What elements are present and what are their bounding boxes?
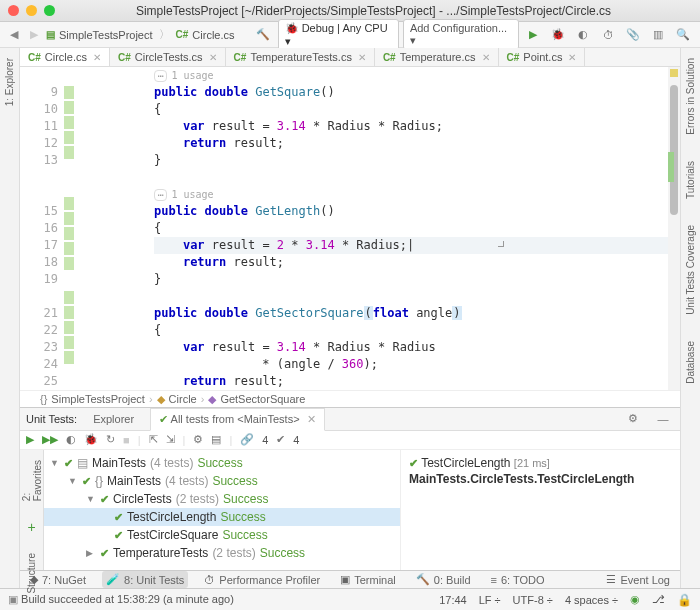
cs-file-icon: C# — [176, 29, 189, 40]
nav-back[interactable]: ◀ — [6, 28, 22, 41]
build-icon[interactable]: 🔨 — [253, 25, 274, 45]
repeat-icon[interactable]: ↻ — [106, 433, 115, 446]
bt-build[interactable]: 🔨 0: Build — [412, 571, 475, 588]
collapse-icon[interactable]: ⇲ — [166, 433, 175, 446]
window-minimize[interactable] — [26, 5, 37, 16]
expand-icon[interactable]: ⇱ — [149, 433, 158, 446]
bt-unit-tests[interactable]: 🧪 8: Unit Tests — [102, 571, 188, 588]
test-testcirclesquare[interactable]: ✔ TestCircleSquare Success — [44, 526, 400, 544]
project-icon: ▤ — [46, 29, 55, 40]
bt-terminal[interactable]: ▣ Terminal — [336, 571, 400, 588]
pass-count: 4 — [262, 434, 268, 446]
structure-toggle[interactable]: ▥ — [648, 25, 669, 45]
code-editor[interactable]: 91011121315161718192122232425 ⋯1 usage p… — [20, 67, 680, 390]
change-markers — [64, 67, 74, 390]
tool-favorites[interactable]: 2: Favorites — [21, 456, 43, 505]
test-node-circletests[interactable]: ▼✔ CircleTests (2 tests) Success — [44, 490, 400, 508]
hide-icon[interactable]: ― — [652, 409, 674, 429]
stop-icon[interactable]: ■ — [123, 434, 130, 446]
caret-indicator — [498, 241, 504, 247]
coverage-button[interactable]: ◐ — [573, 25, 594, 45]
test-testcirclelength[interactable]: ✔ TestCircleLength Success — [44, 508, 400, 526]
line-gutter: 91011121315161718192122232425 — [20, 67, 64, 390]
status-icon[interactable]: ▣ — [8, 593, 18, 605]
bottom-tool-tabs: ◆ 7: NuGet 🧪 8: Unit Tests ⏱ Performance… — [20, 570, 680, 588]
unit-tests-title: Unit Tests: — [26, 413, 77, 425]
run-button[interactable]: ▶ — [523, 25, 544, 45]
editor-breadcrumb[interactable]: {}SimpleTestsProject › ◆Circle › ◆GetSec… — [20, 390, 680, 406]
test-detail: ✔ TestCircleLength [21 ms] MainTests.Cir… — [400, 450, 680, 570]
navigation-bar: ◀ ▶ ▤ SimpleTestsProject 〉 C# Circle.cs … — [0, 22, 700, 48]
editor-tabs: C#Circle.cs✕ C#CircleTests.cs✕ C#Tempera… — [20, 48, 680, 67]
tool-structure[interactable]: Structure — [26, 549, 37, 598]
detail-name: TestCircleLength — [421, 456, 510, 470]
tool-database[interactable]: Database — [685, 337, 696, 388]
add-configuration-button[interactable]: Add Configuration... ▾ — [403, 19, 519, 50]
tab-circletests[interactable]: C#CircleTests.cs✕ — [110, 48, 226, 66]
rerun-tests-icon[interactable]: ▶▶ — [42, 433, 58, 446]
inspection-icon[interactable]: ◉ — [630, 593, 640, 606]
total-count: 4 — [293, 434, 299, 446]
cover-tests-icon[interactable]: ◐ — [66, 433, 76, 446]
unit-tests-header: Unit Tests: Explorer ✔ All tests from <M… — [20, 407, 680, 431]
tab-temptests[interactable]: C#TemperatureTests.cs✕ — [226, 48, 375, 66]
profile-button[interactable]: ⏱ — [598, 25, 619, 45]
tab-circle[interactable]: C#Circle.cs✕ — [20, 48, 110, 66]
text-cursor: | — [407, 238, 414, 252]
status-bar: ▣ Build succeeded at 15:38:29 (a minute … — [0, 588, 700, 610]
filter-icon[interactable]: ▤ — [211, 433, 221, 446]
debug-button[interactable]: 🐞 — [548, 25, 569, 45]
nav-fwd[interactable]: ▶ — [26, 28, 42, 41]
tab-session[interactable]: ✔ All tests from <MainTests> ✕ — [150, 408, 325, 431]
window-close[interactable] — [8, 5, 19, 16]
check-icon: ✔ — [276, 433, 285, 446]
encoding[interactable]: UTF-8 ÷ — [513, 594, 553, 606]
bug-icon: 🐞 — [285, 22, 299, 34]
detail-time: [21 ms] — [514, 457, 550, 469]
tab-point[interactable]: C#Point.cs✕ — [499, 48, 586, 66]
window-zoom[interactable] — [44, 5, 55, 16]
test-tree[interactable]: ▼✔▤ MainTests (4 tests) Success ▼✔{} Mai… — [44, 450, 400, 570]
code-body[interactable]: ⋯1 usage public double GetSquare() { var… — [74, 67, 680, 390]
options-gear-icon[interactable]: ⚙ — [193, 433, 203, 446]
breadcrumb-project[interactable]: SimpleTestsProject — [59, 29, 153, 41]
status-message: Build succeeded at 15:38:29 (a minute ag… — [21, 593, 234, 605]
gear-icon[interactable]: ⚙ — [622, 409, 644, 429]
attach-button[interactable]: 📎 — [623, 25, 644, 45]
test-node-root[interactable]: ▼✔▤ MainTests (4 tests) Success — [44, 454, 400, 472]
line-ending[interactable]: LF ÷ — [479, 594, 501, 606]
editor-scrollbar[interactable] — [668, 67, 680, 390]
debug-tests-icon[interactable]: 🐞 — [84, 433, 98, 446]
test-node-temperature[interactable]: ▶✔ TemperatureTests (2 tests) Success — [44, 544, 400, 562]
add-favorite-icon[interactable]: + — [27, 519, 35, 535]
tool-explorer[interactable]: 1: Explorer — [4, 54, 15, 110]
window-title: SimpleTestsProject [~/RiderProjects/Simp… — [55, 4, 692, 18]
bt-event-log[interactable]: ☰ Event Log — [602, 571, 674, 588]
tab-temperature[interactable]: C#Temperature.cs✕ — [375, 48, 499, 66]
unit-tests-toolbar: ▶ ▶▶ ◐ 🐞 ↻ ■ | ⇱ ⇲ | ⚙ ▤ | 🔗 4 ✔ 4 — [20, 431, 680, 450]
tab-explorer[interactable]: Explorer — [85, 409, 142, 429]
test-node-ns[interactable]: ▼✔{} MainTests (4 tests) Success — [44, 472, 400, 490]
lock-icon[interactable]: 🔒 — [677, 593, 692, 607]
bt-profiler[interactable]: ⏱ Performance Profiler — [200, 572, 324, 588]
tool-coverage[interactable]: Unit Tests Coverage — [685, 221, 696, 319]
tool-tutorials[interactable]: Tutorials — [685, 157, 696, 203]
caret-position[interactable]: 17:44 — [439, 594, 467, 606]
breadcrumb-file[interactable]: Circle.cs — [192, 29, 234, 41]
link-icon[interactable]: 🔗 — [240, 433, 254, 446]
git-icon[interactable]: ⎇ — [652, 593, 665, 606]
run-config-select[interactable]: 🐞 Debug | Any CPU ▾ — [278, 19, 399, 51]
left-tool-strip: 1: Explorer — [0, 48, 20, 588]
right-tool-strip: Errors in Solution Tutorials Unit Tests … — [680, 48, 700, 588]
detail-path: MainTests.CircleTests.TestCircleLength — [409, 472, 672, 486]
indent[interactable]: 4 spaces ÷ — [565, 594, 618, 606]
run-tests-icon[interactable]: ▶ — [26, 433, 34, 446]
search-everywhere-icon[interactable]: 🔍 — [673, 25, 694, 45]
bt-todo[interactable]: ≡ 6: TODO — [487, 572, 549, 588]
tool-errors[interactable]: Errors in Solution — [685, 54, 696, 139]
close-icon[interactable]: ✕ — [93, 52, 101, 63]
